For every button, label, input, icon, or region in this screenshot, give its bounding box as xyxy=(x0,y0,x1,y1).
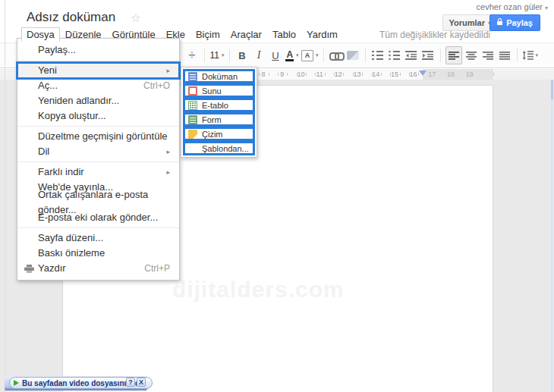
menu-separator xyxy=(17,126,179,127)
ruler-number: 13 xyxy=(353,71,360,78)
submenu-item-cizim[interactable]: Çizim xyxy=(183,127,255,141)
ruler-number: 18 xyxy=(447,71,455,78)
video-download-bar: Bu sayfadan video dosyasını indir ? X xyxy=(5,376,147,390)
ruler-number: 11 xyxy=(316,71,323,78)
align-center-button[interactable] xyxy=(464,47,479,64)
align-left-icon xyxy=(449,52,459,60)
menu-item-kopya-olustur[interactable]: Kopya oluştur... xyxy=(17,108,179,124)
watermark-text: dijitalders.com xyxy=(172,277,345,303)
toolbar-separator xyxy=(365,49,366,62)
right-indent-marker[interactable] xyxy=(419,71,427,76)
submenu-item-etablo[interactable]: E-tablo xyxy=(183,98,255,112)
menu-bicim[interactable]: Biçim xyxy=(190,28,225,41)
menu-item-duzeltme-gecmisi[interactable]: Düzeltme geçmişini görüntüle xyxy=(17,129,179,144)
menu-item-farkli-indir[interactable]: Farklı indir▸ xyxy=(17,165,179,180)
menu-item-yeni[interactable]: Yeni ▸ xyxy=(17,63,179,78)
justify-button[interactable] xyxy=(497,47,512,64)
chevron-down-icon: ▾ xyxy=(536,52,539,58)
file-menu: Paylaş... Yeni ▸ Aç...Ctrl+O Yeniden adl… xyxy=(17,38,180,281)
outdent-icon xyxy=(405,51,417,60)
toolbar-separator xyxy=(204,49,205,62)
document-title[interactable]: Adsız doküman xyxy=(27,10,115,25)
menu-dosya[interactable]: Dosya xyxy=(21,27,60,42)
chevron-down-icon: ▾ xyxy=(545,5,548,11)
menu-item-yeniden-adlandir[interactable]: Yeniden adlandır... xyxy=(17,93,179,108)
menu-item-yazdir[interactable]: YazdırCtrl+P xyxy=(17,261,179,276)
menu-item-sayfa-duzeni[interactable]: Sayfa düzeni... xyxy=(17,230,179,246)
account-menu[interactable]: cevher ozan güler▾ xyxy=(477,2,548,11)
ruler-number: 15 xyxy=(391,71,398,78)
menu-duzenle[interactable]: Düzenle xyxy=(60,28,107,41)
menu-tablo[interactable]: Tablo xyxy=(267,28,301,41)
menu-goruntule[interactable]: Görüntüle xyxy=(107,28,161,41)
close-button[interactable]: X xyxy=(137,378,146,387)
submenu-arrow-icon: ▸ xyxy=(166,144,170,159)
underline-button[interactable]: U xyxy=(268,47,283,64)
align-right-button[interactable] xyxy=(480,47,496,64)
font-size-select[interactable]: 11▾ xyxy=(209,47,225,64)
scrollbar[interactable] xyxy=(551,80,553,392)
justify-icon xyxy=(499,52,510,60)
menu-ekle[interactable]: Ekle xyxy=(161,28,190,41)
ruler-number: 8 xyxy=(261,71,265,78)
line-spacing-icon xyxy=(522,51,534,60)
menu-separator xyxy=(17,162,179,162)
image-icon xyxy=(347,51,359,60)
menu-araclar[interactable]: Araçlar xyxy=(225,28,267,41)
submenu-arrow-icon: ▸ xyxy=(166,165,170,180)
ruler-number: 16 xyxy=(410,71,417,78)
insert-image-button[interactable] xyxy=(345,47,360,64)
menu-item-ac[interactable]: Aç...Ctrl+O xyxy=(17,78,179,93)
menu-item-baski-onizleme[interactable]: Baskı önizleme xyxy=(17,246,179,261)
submenu-item-dokuman[interactable]: Doküman xyxy=(183,69,255,83)
google-docs-window: cevher ozan güler▾ Adsız doküman ☆ Yorum… xyxy=(0,0,554,392)
numbered-list-button[interactable] xyxy=(370,47,386,64)
menu-item-paylas[interactable]: Paylaş... xyxy=(17,42,179,58)
ruler-number: 12 xyxy=(335,71,342,78)
submenu-item-sunu[interactable]: Sunu xyxy=(183,83,255,98)
window-edge-divider xyxy=(5,0,5,392)
align-left-button[interactable] xyxy=(445,46,462,64)
indent-button[interactable] xyxy=(420,47,436,64)
submenu-item-sablondan[interactable]: Şablondan... xyxy=(183,141,255,155)
menu-yardim[interactable]: Yardım xyxy=(301,28,343,41)
drawing-icon xyxy=(188,130,197,139)
menu-item-eposta-eki-gonder[interactable]: E-posta eki olarak gönder... xyxy=(17,210,179,225)
align-center-icon xyxy=(466,52,477,60)
help-button[interactable]: ? xyxy=(126,378,135,387)
spreadsheet-icon xyxy=(188,101,197,110)
save-status: Tüm değişiklikler kaydedildi xyxy=(379,30,490,40)
star-icon[interactable]: ☆ xyxy=(131,11,140,25)
ruler-number: 14 xyxy=(372,71,379,78)
menu-item-dil[interactable]: Dil▸ xyxy=(17,144,179,159)
partial-hidden-icon[interactable]: ÷ xyxy=(184,47,200,64)
submenu-arrow-icon: ▸ xyxy=(166,63,170,78)
submenu-item-form[interactable]: Form xyxy=(183,112,255,127)
menu-item-ortak-calisanlara-gonder[interactable]: Ortak çalışanlara e-posta gönder... xyxy=(17,195,179,210)
presentation-icon xyxy=(188,86,197,96)
line-spacing-button[interactable]: ▾ xyxy=(522,47,539,64)
ruler-number: 9 xyxy=(280,71,284,78)
shortcut-label: Ctrl+O xyxy=(143,78,170,93)
bulleted-list-icon xyxy=(389,51,400,60)
bulleted-list-button[interactable] xyxy=(387,47,402,64)
text-color-button[interactable]: A▾ xyxy=(285,47,300,64)
menubar: Dosya Düzenle Görüntüle Ekle Biçim Araçl… xyxy=(21,28,490,41)
chevron-down-icon: ▾ xyxy=(316,52,319,58)
toolbar-separator xyxy=(323,49,324,62)
toolbar-separator xyxy=(440,49,441,62)
chevron-down-icon: ▾ xyxy=(296,52,299,58)
chevron-down-icon: ▾ xyxy=(222,52,225,58)
menu-separator xyxy=(17,227,179,228)
insert-link-button[interactable] xyxy=(329,47,344,64)
align-right-icon xyxy=(483,52,493,60)
new-submenu: Doküman Sunu E-tablo Form Çizim Şablonda… xyxy=(181,67,257,158)
comments-label: Yorumlar xyxy=(449,18,485,27)
italic-button[interactable]: I xyxy=(251,47,266,64)
numbered-list-icon xyxy=(372,51,383,60)
bold-button[interactable]: B xyxy=(235,47,250,64)
highlight-color-button[interactable]: A▾ xyxy=(301,47,319,64)
play-icon xyxy=(14,380,19,386)
outdent-button[interactable] xyxy=(404,47,419,64)
share-button[interactable]: Paylaş xyxy=(489,14,540,31)
